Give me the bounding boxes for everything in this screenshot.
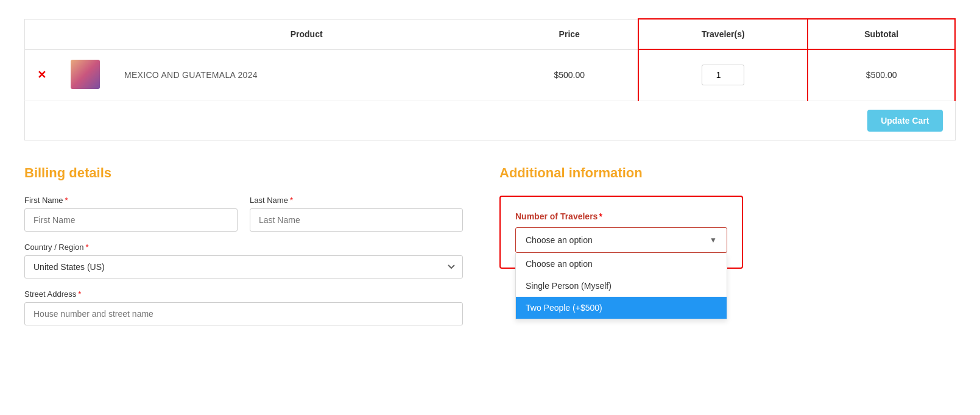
name-row: First Name* Last Name* <box>24 196 463 232</box>
cart-table: Product Price Traveler(s) Subtotal ✕ MEX… <box>24 18 956 141</box>
cart-row: ✕ MEXICO AND GUATEMALA 2024 $500.00 $500… <box>25 49 956 101</box>
dropdown-selected-value: Choose an option <box>526 235 593 245</box>
street-input[interactable] <box>24 302 463 325</box>
travelers-cell[interactable] <box>638 49 808 101</box>
dropdown-option-single[interactable]: Single Person (Myself) <box>516 275 727 297</box>
chevron-down-icon: ▼ <box>710 236 717 244</box>
remove-button[interactable]: ✕ <box>37 68 46 82</box>
country-label: Country / Region* <box>24 243 463 252</box>
street-required: * <box>78 289 81 299</box>
first-name-required: * <box>65 196 68 205</box>
subtotal-cell: $500.00 <box>808 49 955 101</box>
country-group: Country / Region* United States (US) <box>24 243 463 278</box>
travelers-label: Number of Travelers* <box>515 211 727 221</box>
col-product-header: Product <box>112 19 501 49</box>
update-cart-button[interactable]: Update Cart <box>867 110 942 132</box>
street-label: Street Address* <box>24 289 463 299</box>
billing-section: Billing details First Name* Last Name* C… <box>24 165 463 336</box>
product-name: MEXICO AND GUATEMALA 2024 <box>112 49 501 101</box>
travelers-input[interactable] <box>702 65 744 85</box>
first-name-input[interactable] <box>24 208 238 232</box>
dropdown-option-choose[interactable]: Choose an option <box>516 253 727 275</box>
travelers-dropdown-trigger[interactable]: Choose an option ▼ <box>515 227 727 253</box>
first-name-group: First Name* <box>24 196 238 232</box>
col-price-header: Price <box>501 19 638 49</box>
last-name-required: * <box>290 196 293 205</box>
update-cart-cell: Update Cart <box>25 101 956 140</box>
product-thumbnail <box>71 60 100 89</box>
product-price: $500.00 <box>501 49 638 101</box>
last-name-group: Last Name* <box>250 196 463 232</box>
last-name-input[interactable] <box>250 208 463 232</box>
last-name-label: Last Name* <box>250 196 463 205</box>
col-remove <box>25 19 59 49</box>
col-subtotal-header: Subtotal <box>808 19 955 49</box>
travelers-required: * <box>599 211 602 221</box>
additional-box: Number of Travelers* Choose an option ▼ … <box>499 196 743 269</box>
dropdown-option-two[interactable]: Two People (+$500) <box>516 297 727 319</box>
col-thumb <box>58 19 112 49</box>
additional-title: Additional information <box>499 165 743 181</box>
additional-section: Additional information Number of Travele… <box>499 165 743 269</box>
thumbnail-cell <box>58 49 112 101</box>
street-group: Street Address* <box>24 289 463 325</box>
first-name-label: First Name* <box>24 196 238 205</box>
travelers-dropdown-wrapper: Choose an option ▼ Choose an option Sing… <box>515 227 727 253</box>
country-select[interactable]: United States (US) <box>24 255 463 278</box>
billing-title: Billing details <box>24 165 463 181</box>
dropdown-options-list: Choose an option Single Person (Myself) … <box>515 253 727 319</box>
country-required: * <box>86 243 89 252</box>
remove-cell[interactable]: ✕ <box>25 49 59 101</box>
cart-footer-row: Update Cart <box>25 101 956 140</box>
col-travelers-header: Traveler(s) <box>638 19 808 49</box>
two-col-layout: Billing details First Name* Last Name* C… <box>24 165 956 336</box>
